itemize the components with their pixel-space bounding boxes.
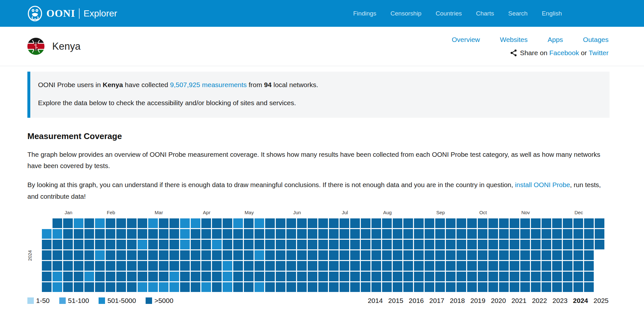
year-option-2024[interactable]: 2024 bbox=[573, 297, 588, 305]
nav-item-countries[interactable]: Countries bbox=[436, 10, 462, 17]
heatmap-year-label: 2024 bbox=[27, 250, 33, 261]
year-option-2025[interactable]: 2025 bbox=[593, 297, 609, 305]
country-tabs: OverviewWebsitesAppsOutages bbox=[452, 36, 609, 44]
month-label-jul: Jul bbox=[342, 210, 348, 215]
text-link[interactable]: Twitter bbox=[589, 49, 609, 56]
year-option-2020[interactable]: 2020 bbox=[491, 297, 506, 305]
heatmap-day-cell bbox=[361, 240, 370, 249]
year-option-2015[interactable]: 2015 bbox=[388, 297, 403, 305]
heatmap-day-cell bbox=[542, 261, 551, 271]
heatmap-day-cell bbox=[371, 229, 381, 239]
heatmap-day-cell bbox=[276, 218, 285, 228]
tab-overview[interactable]: Overview bbox=[452, 36, 480, 44]
heatmap-day-cell bbox=[340, 250, 349, 260]
tab-apps[interactable]: Apps bbox=[548, 36, 563, 44]
heatmap-day-cell bbox=[42, 282, 52, 292]
heatmap-day-cell bbox=[457, 229, 466, 239]
text-link[interactable]: Facebook bbox=[549, 49, 579, 56]
ooni-octopus-logo-icon bbox=[27, 5, 43, 22]
heatmap-day-cell bbox=[74, 261, 83, 271]
year-option-2018[interactable]: 2018 bbox=[450, 297, 465, 305]
page-title-country: Kenya bbox=[52, 41, 81, 52]
brand[interactable]: OONI Explorer bbox=[27, 5, 117, 22]
heatmap-day-cell bbox=[350, 218, 360, 228]
country-header: Kenya OverviewWebsitesAppsOutages Share … bbox=[0, 27, 644, 66]
heatmap-day-cell bbox=[180, 218, 190, 228]
heatmap-day-cell bbox=[286, 272, 296, 281]
heatmap-day-cell bbox=[95, 240, 105, 249]
heatmap-day-cell bbox=[371, 240, 381, 249]
text-link[interactable]: install OONI Probe bbox=[515, 181, 570, 188]
nav-item-findings[interactable]: Findings bbox=[353, 10, 376, 17]
nav-links: FindingsCensorshipCountriesChartsSearchE… bbox=[353, 10, 562, 17]
text-link[interactable]: 9,507,925 measurements bbox=[170, 81, 247, 88]
heatmap-day-cell bbox=[467, 282, 477, 292]
nav-item-english[interactable]: English bbox=[542, 10, 562, 17]
heatmap-day-cell bbox=[414, 282, 424, 292]
year-option-2023[interactable]: 2023 bbox=[553, 297, 568, 305]
heatmap-day-cell bbox=[106, 250, 115, 260]
heatmap-day-cell bbox=[233, 282, 243, 292]
heatmap-day-cell bbox=[499, 250, 509, 260]
nav-item-charts[interactable]: Charts bbox=[476, 10, 494, 17]
heatmap-day-cell bbox=[169, 229, 179, 239]
tab-websites[interactable]: Websites bbox=[500, 36, 528, 44]
heatmap-day-cell bbox=[414, 250, 424, 260]
heatmap-day-cell bbox=[148, 272, 158, 281]
heatmap-day-cell bbox=[63, 250, 73, 260]
heatmap-day-cell bbox=[318, 229, 328, 239]
year-option-2017[interactable]: 2017 bbox=[429, 297, 445, 305]
heatmap-day-cell bbox=[159, 218, 168, 228]
summary-line-explore: Explore the data below to check the acce… bbox=[38, 98, 600, 108]
heatmap-day-cell bbox=[584, 261, 594, 271]
heatmap-day-cell bbox=[276, 261, 285, 271]
heatmap-day-cell bbox=[329, 218, 339, 228]
year-option-2022[interactable]: 2022 bbox=[532, 297, 547, 305]
heatmap-day-cell bbox=[148, 240, 158, 249]
heatmap-day-cell bbox=[201, 272, 211, 281]
heatmap-day-cell bbox=[531, 282, 541, 292]
heatmap-day-cell bbox=[297, 218, 307, 228]
month-label-sep: Sep bbox=[436, 210, 445, 215]
year-option-2016[interactable]: 2016 bbox=[409, 297, 424, 305]
heatmap-day-cell bbox=[255, 250, 264, 260]
heatmap-day-cell bbox=[361, 282, 370, 292]
tab-outages[interactable]: Outages bbox=[583, 36, 609, 44]
heatmap-day-cell bbox=[233, 229, 243, 239]
coverage-paragraph-2: By looking at this graph, you can unders… bbox=[27, 179, 612, 202]
heatmap-day-cell bbox=[95, 272, 105, 281]
year-option-2014[interactable]: 2014 bbox=[368, 297, 383, 305]
heatmap-day-cell bbox=[499, 229, 509, 239]
heatmap-day-cell bbox=[308, 272, 317, 281]
heatmap-day-cell bbox=[276, 240, 285, 249]
heatmap-day-cell bbox=[329, 229, 339, 239]
heatmap-day-cell bbox=[53, 282, 62, 292]
month-label-apr: Apr bbox=[203, 210, 210, 215]
heatmap-day-cell bbox=[595, 229, 604, 239]
heatmap-day-cell bbox=[148, 218, 158, 228]
heatmap-day-cell bbox=[223, 272, 232, 281]
heatmap-day-cell bbox=[191, 229, 200, 239]
heatmap-day-cell bbox=[457, 240, 466, 249]
year-option-2021[interactable]: 2021 bbox=[511, 297, 526, 305]
nav-item-search[interactable]: Search bbox=[508, 10, 527, 17]
heatmap-day-cell bbox=[318, 261, 328, 271]
heatmap-day-cell bbox=[127, 229, 137, 239]
heatmap-day-cell bbox=[329, 282, 339, 292]
heatmap-day-cell bbox=[201, 282, 211, 292]
heatmap-day-cell bbox=[95, 250, 105, 260]
heatmap-day-cell bbox=[318, 282, 328, 292]
nav-item-censorship[interactable]: Censorship bbox=[390, 10, 421, 17]
heatmap-day-cell bbox=[84, 261, 94, 271]
year-option-2019[interactable]: 2019 bbox=[470, 297, 485, 305]
heatmap-day-cell bbox=[212, 282, 222, 292]
heatmap-day-cell bbox=[308, 282, 317, 292]
heatmap-day-cell bbox=[148, 282, 158, 292]
heatmap-day-cell bbox=[308, 229, 317, 239]
heatmap-day-cell bbox=[74, 250, 83, 260]
legend-swatch-icon bbox=[27, 297, 34, 304]
heatmap-day-cell bbox=[116, 272, 126, 281]
heatmap-day-cell bbox=[499, 282, 509, 292]
heatmap-day-cell bbox=[435, 218, 445, 228]
heatmap-day-cell bbox=[223, 250, 232, 260]
